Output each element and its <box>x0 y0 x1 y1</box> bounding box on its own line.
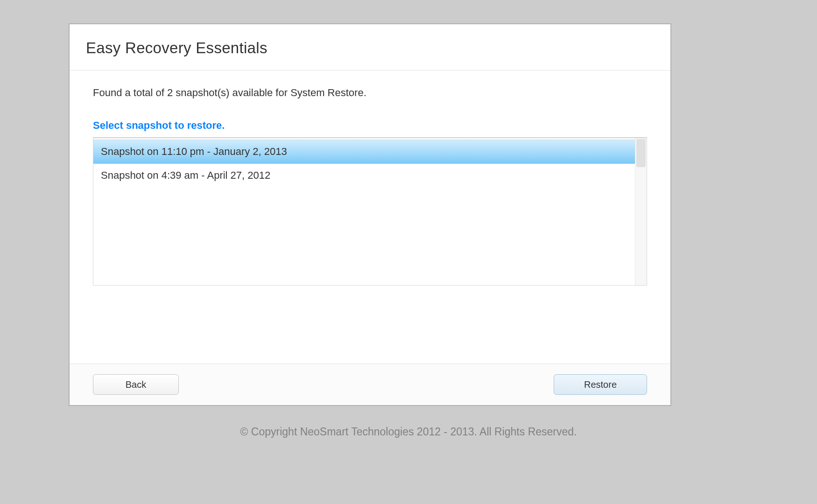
header: Easy Recovery Essentials <box>70 24 670 70</box>
snapshot-item[interactable]: Snapshot on 11:10 pm - January 2, 2013 <box>93 140 635 164</box>
back-button[interactable]: Back <box>93 374 179 395</box>
snapshot-list: Snapshot on 11:10 pm - January 2, 2013 S… <box>93 137 647 286</box>
app-window: Easy Recovery Essentials Found a total o… <box>69 23 671 406</box>
status-text: Found a total of 2 snapshot(s) available… <box>93 87 647 99</box>
restore-button[interactable]: Restore <box>554 374 647 395</box>
scrollbar-thumb[interactable] <box>636 139 646 167</box>
page-title: Easy Recovery Essentials <box>86 39 654 57</box>
scrollbar[interactable] <box>635 138 647 285</box>
footer: Back Restore <box>70 364 670 405</box>
snapshot-list-inner: Snapshot on 11:10 pm - January 2, 2013 S… <box>93 140 635 285</box>
copyright-text: © Copyright NeoSmart Technologies 2012 -… <box>0 426 817 438</box>
instruction-text: Select snapshot to restore. <box>93 119 647 132</box>
snapshot-item[interactable]: Snapshot on 4:39 am - April 27, 2012 <box>93 164 635 187</box>
content-area: Found a total of 2 snapshot(s) available… <box>70 70 670 364</box>
